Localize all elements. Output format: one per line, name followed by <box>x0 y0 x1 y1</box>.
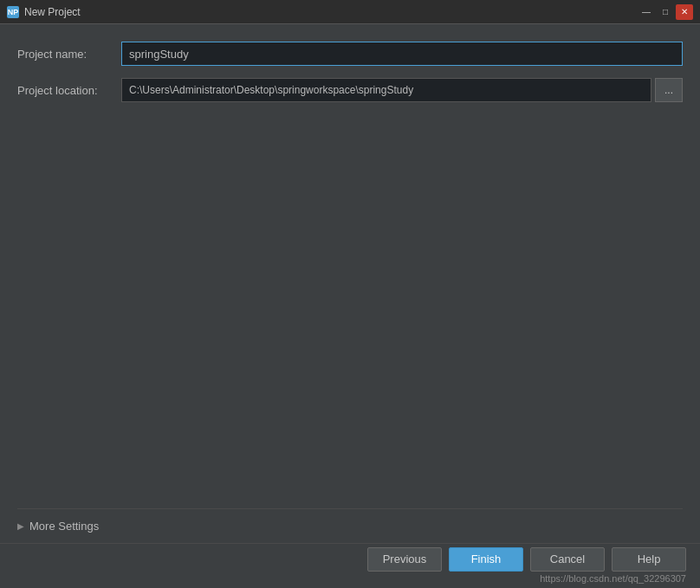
bottom-bar: Previous Finish Cancel Help https://blog… <box>0 543 700 588</box>
help-button[interactable]: Help <box>612 547 686 572</box>
new-project-dialog: NP New Project — □ ✕ Project name: Proje… <box>0 0 700 588</box>
more-settings-toggle[interactable]: ▶ More Settings <box>17 508 683 543</box>
project-name-input[interactable] <box>121 42 683 66</box>
project-location-label: Project location: <box>17 84 121 97</box>
maximize-button[interactable]: □ <box>657 4 674 20</box>
dialog-title: New Project <box>24 6 81 18</box>
bottom-wrapper: Previous Finish Cancel Help https://blog… <box>367 547 686 585</box>
title-bar-left: NP New Project <box>7 6 81 18</box>
minimize-button[interactable]: — <box>638 4 655 20</box>
previous-button[interactable]: Previous <box>367 547 442 572</box>
content-spacer <box>17 114 683 508</box>
title-bar-controls: — □ ✕ <box>638 4 693 20</box>
dialog-content: Project name: Project location: ... ▶ Mo… <box>0 24 700 543</box>
finish-button[interactable]: Finish <box>449 547 523 572</box>
dialog-icon: NP <box>7 6 19 18</box>
project-location-row: Project location: ... <box>17 78 683 102</box>
watermark: https://blog.csdn.net/qq_32296307 <box>367 572 686 585</box>
more-settings-arrow-icon: ▶ <box>17 521 24 531</box>
project-name-row: Project name: <box>17 42 683 66</box>
more-settings-label: More Settings <box>29 520 99 533</box>
close-button[interactable]: ✕ <box>676 4 693 20</box>
cancel-button[interactable]: Cancel <box>530 547 605 572</box>
bottom-buttons: Previous Finish Cancel Help <box>367 547 686 572</box>
title-bar: NP New Project — □ ✕ <box>0 0 700 24</box>
browse-button[interactable]: ... <box>655 78 683 102</box>
project-location-input[interactable] <box>121 78 651 102</box>
location-input-group: ... <box>121 78 683 102</box>
project-name-label: Project name: <box>17 48 121 61</box>
